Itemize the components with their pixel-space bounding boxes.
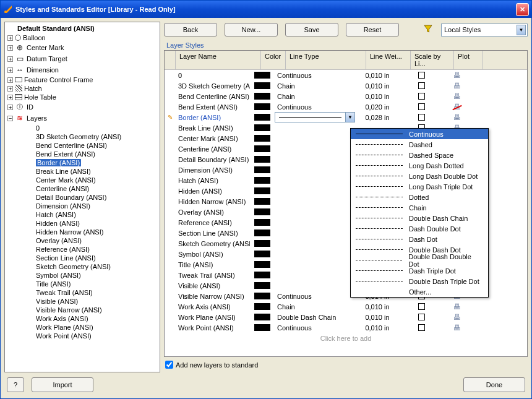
tree-item[interactable]: Hatch <box>5 84 160 93</box>
cell-plot[interactable]: 🖶 <box>443 92 471 101</box>
cell-color[interactable] <box>250 240 275 247</box>
cell-name[interactable]: 0 <box>176 72 250 79</box>
filter-icon[interactable] <box>424 25 434 35</box>
cell-color[interactable] <box>250 145 275 152</box>
cell-name[interactable]: Centerline (ANSI) <box>176 145 250 153</box>
new-button[interactable]: New... <box>225 23 278 36</box>
tree-layer-item[interactable]: Section Line (ANSI) <box>5 254 160 262</box>
tree-layer-item[interactable]: Overlay (ANSI) <box>5 236 160 245</box>
style-filter-combo[interactable]: Local Styles ▼ <box>441 24 528 36</box>
cell-color[interactable] <box>250 314 275 320</box>
cell-name[interactable]: Symbol (ANSI) <box>176 251 250 258</box>
cell-name[interactable]: Bend Centerline (ANSI) <box>176 93 250 100</box>
tree-layer-item[interactable]: Border (ANSI) <box>5 158 160 167</box>
tree-layer-item[interactable]: Dimension (ANSI) <box>5 202 160 210</box>
cell-name[interactable]: Visible Narrow (ANSI) <box>176 293 250 300</box>
cell-color[interactable] <box>250 82 275 89</box>
cell-plot[interactable]: 🖶 <box>443 71 471 80</box>
cell-name[interactable]: Tweak Trail (ANSI) <box>176 272 250 279</box>
expand-icon[interactable] <box>7 45 13 51</box>
dropdown-item[interactable]: Dash Double Dot <box>351 223 488 234</box>
tree-layer-item[interactable]: Work Axis (ANSI) <box>5 314 160 323</box>
dropdown-item[interactable]: Dashed Space <box>351 150 488 160</box>
dropdown-item[interactable]: Dotted <box>351 192 488 202</box>
tree-layer-item[interactable]: Hatch (ANSI) <box>5 210 160 219</box>
cell-lineweight[interactable]: 0,010 in <box>355 82 400 90</box>
dropdown-item[interactable]: Chain <box>351 202 488 213</box>
cell-color[interactable] <box>250 282 275 289</box>
cell-color[interactable] <box>250 187 275 194</box>
reset-button[interactable]: Reset <box>346 23 399 36</box>
import-button[interactable]: Import <box>32 377 93 392</box>
dropdown-item[interactable]: Double Dash Triple Dot <box>351 276 488 286</box>
close-button[interactable]: ✕ <box>516 3 529 16</box>
cell-plot[interactable]: 🖶 <box>443 103 471 111</box>
tree-layer-item[interactable]: 3D Sketch Geometry (ANSI) <box>5 132 160 141</box>
tree-layer-item[interactable]: Sketch Geometry (ANSI) <box>5 262 160 271</box>
cell-color[interactable] <box>250 198 275 205</box>
cell-color[interactable] <box>250 124 275 131</box>
cell-lineweight[interactable]: 0,010 in <box>355 93 400 100</box>
cell-linetype[interactable]: Continuous <box>275 293 355 300</box>
cell-name[interactable]: Overlay (ANSI) <box>176 208 250 216</box>
tree-layer-item[interactable]: Break Line (ANSI) <box>5 167 160 176</box>
cell-color[interactable] <box>250 230 275 236</box>
cell-linetype[interactable]: Chain <box>275 303 355 311</box>
tree-layer-item[interactable]: Hidden (ANSI) <box>5 219 160 228</box>
tree-layer-item[interactable]: Visible (ANSI) <box>5 297 160 306</box>
cell-lineweight[interactable]: 0,010 in <box>355 314 400 321</box>
dropdown-item[interactable]: Other... <box>351 286 488 297</box>
titlebar[interactable]: Styles and Standards Editor [Library - R… <box>1 1 531 18</box>
linetype-dropdown[interactable]: ContinuousDashedDashed SpaceLong Dash Do… <box>350 128 489 298</box>
tree-layer-item[interactable]: Symbol (ANSI) <box>5 271 160 280</box>
cell-linetype[interactable]: Chain <box>275 93 355 100</box>
dropdown-item[interactable]: Dash Dot <box>351 234 488 244</box>
cell-lineweight[interactable]: 0,010 in <box>355 324 400 332</box>
cell-scale[interactable] <box>400 324 443 331</box>
cell-color[interactable] <box>250 251 275 257</box>
cell-color[interactable] <box>250 166 275 173</box>
save-button[interactable]: Save <box>285 23 338 36</box>
cell-name[interactable]: Visible (ANSI) <box>176 282 250 290</box>
add-layers-checkbox[interactable] <box>165 361 173 369</box>
cell-name[interactable]: Work Plane (ANSI) <box>176 314 250 321</box>
cell-color[interactable] <box>250 208 275 215</box>
chevron-down-icon[interactable]: ▼ <box>345 113 354 122</box>
cell-color[interactable] <box>250 114 275 121</box>
cell-scale[interactable] <box>400 103 443 110</box>
cell-color[interactable] <box>250 303 275 310</box>
cell-lineweight[interactable]: 0,028 in <box>355 114 400 121</box>
cell-plot[interactable]: 🖶 <box>443 82 471 90</box>
table-row[interactable]: Border (ANSI) ▼ 0,028 in 🖶 <box>165 112 527 122</box>
tree-layer-item[interactable]: Detail Boundary (ANSI) <box>5 193 160 202</box>
dropdown-item[interactable]: Long Dash Triple Dot <box>351 181 488 192</box>
tree-item[interactable]: ID <box>5 101 160 113</box>
cell-linetype[interactable]: Continuous <box>275 324 355 332</box>
cell-scale[interactable] <box>400 72 443 79</box>
help-button[interactable]: ? <box>7 377 24 392</box>
table-row[interactable]: Work Point (ANSI) Continuous 0,010 in 🖶 <box>165 322 527 333</box>
expand-icon[interactable] <box>7 77 13 83</box>
cell-plot[interactable]: 🖶 <box>443 302 471 311</box>
tree-item[interactable]: Feature Control Frame <box>5 75 160 84</box>
expand-icon[interactable] <box>7 95 13 100</box>
tree-item[interactable]: Center Mark <box>5 42 160 53</box>
tree-layer-item[interactable]: Visible Narrow (ANSI) <box>5 306 160 314</box>
cell-plot[interactable]: 🖶 <box>443 324 471 332</box>
tree-layer-item[interactable]: Tweak Trail (ANSI) <box>5 288 160 297</box>
tree-layer-item[interactable]: Center Mark (ANSI) <box>5 176 160 184</box>
cell-color[interactable] <box>250 261 275 268</box>
table-row[interactable]: Work Axis (ANSI) Chain 0,010 in 🖶 <box>165 301 527 312</box>
done-button[interactable]: Done <box>463 377 525 392</box>
cell-color[interactable] <box>250 272 275 278</box>
linetype-combo[interactable]: ▼ <box>275 112 355 122</box>
dropdown-item[interactable]: Long Dash Dotted <box>351 160 488 171</box>
cell-color[interactable] <box>250 93 275 100</box>
cell-name[interactable]: Hidden (ANSI) <box>176 187 250 195</box>
cell-name[interactable]: Bend Extent (ANSI) <box>176 103 250 111</box>
cell-color[interactable] <box>250 177 275 184</box>
cell-name[interactable]: Hatch (ANSI) <box>176 177 250 184</box>
table-row[interactable]: Bend Extent (ANSI) Continuous 0,020 in 🖶 <box>165 101 527 112</box>
col-plot[interactable]: Plot <box>454 51 483 69</box>
cell-linetype[interactable]: Continuous <box>275 72 355 79</box>
